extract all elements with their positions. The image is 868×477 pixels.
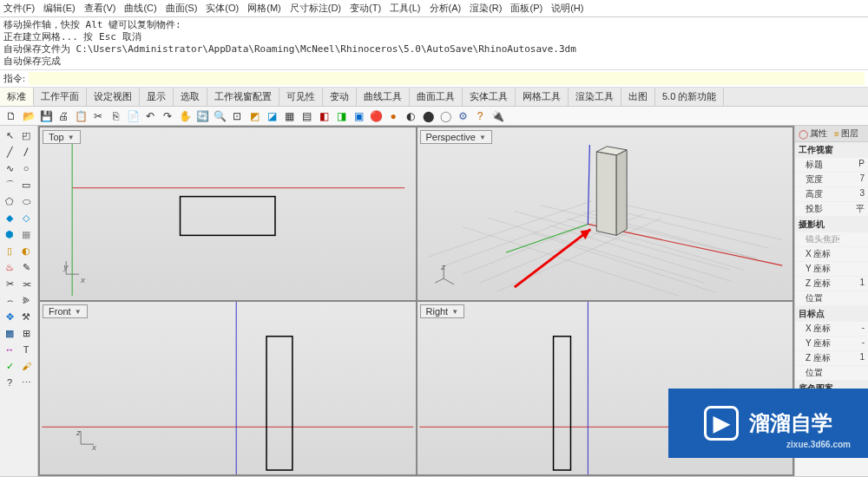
wire-icon[interactable]: ⬤ (420, 108, 436, 124)
menu-item[interactable]: 说明(H) (551, 2, 583, 15)
save-icon[interactable]: 💾 (38, 108, 54, 124)
toolbar-tab[interactable]: 5.0 的新功能 (655, 88, 724, 106)
revolve-icon[interactable]: ◐ (18, 243, 34, 258)
copy-icon[interactable]: ⎘ (108, 108, 123, 124)
zoomext-icon[interactable]: ⊡ (229, 108, 245, 124)
viewport-perspective[interactable]: Perspective▼ (418, 127, 793, 300)
help-icon[interactable]: ? (472, 108, 488, 124)
fillet-icon[interactable]: ⌢ (2, 292, 17, 308)
toolbar-tab[interactable]: 网格工具 (516, 88, 569, 106)
redo-icon[interactable]: ↷ (160, 108, 175, 124)
menu-item[interactable]: 曲面(S) (166, 2, 198, 15)
props-tab[interactable]: ◯属性 (795, 126, 831, 141)
layers-icon[interactable]: ▦ (281, 108, 297, 124)
rect-icon[interactable]: ▭ (18, 177, 34, 193)
tool-icon[interactable]: ⚒ (18, 309, 34, 324)
fire-icon[interactable]: ♨ (2, 259, 17, 275)
solid-icon[interactable]: ⬢ (2, 226, 17, 242)
move-icon[interactable]: ✥ (2, 309, 17, 324)
toolbar-tab[interactable]: 出图 (621, 88, 655, 106)
join-icon[interactable]: ⫘ (18, 276, 34, 291)
dim-icon[interactable]: ↔ (2, 342, 17, 357)
surf-icon[interactable]: ◆ (2, 210, 17, 225)
render-icon[interactable]: ● (385, 108, 401, 124)
toolbar-tab[interactable]: 变动 (323, 88, 357, 106)
circle-icon[interactable]: ○ (18, 160, 34, 176)
sphere-icon[interactable]: 🔴 (368, 108, 384, 124)
offset-icon[interactable]: ⫸ (18, 292, 34, 308)
toolbar-tab[interactable]: 工作平面 (34, 88, 87, 106)
toolbar-tab[interactable]: 曲面工具 (410, 88, 463, 106)
cplane-icon[interactable]: ◧ (316, 108, 332, 124)
viewport-title-perspective[interactable]: Perspective▼ (420, 130, 492, 144)
menu-item[interactable]: 分析(A) (430, 2, 462, 15)
shade-icon[interactable]: ◐ (403, 108, 418, 124)
clipboard-icon[interactable]: 📋 (73, 108, 89, 124)
menu-item[interactable]: 文件(F) (3, 2, 35, 15)
polyline-icon[interactable]: ╱ (2, 144, 17, 160)
pointer-icon[interactable]: ↖ (2, 127, 17, 143)
mesh-icon[interactable]: ▦ (18, 226, 34, 242)
extrude-icon[interactable]: ▯ (2, 243, 17, 258)
cp2-icon[interactable]: ◨ (333, 108, 349, 124)
surf2-icon[interactable]: ◇ (18, 210, 34, 225)
toolbar-tab[interactable]: 标准 (0, 88, 34, 106)
rotate-icon[interactable]: 🔄 (194, 108, 210, 124)
opt-icon[interactable]: ⚙ (455, 108, 470, 124)
curve-icon[interactable]: ∿ (2, 160, 17, 176)
trim-icon[interactable]: ✂ (2, 276, 17, 291)
menu-item[interactable]: 渲染(R) (470, 2, 502, 15)
viewport-title-top[interactable]: Top▼ (43, 130, 81, 144)
plugin-icon[interactable]: 🔌 (490, 108, 505, 124)
menu-item[interactable]: 尺寸标注(D) (290, 2, 341, 15)
sel-icon[interactable]: ◩ (247, 108, 262, 124)
paste-icon[interactable]: 📄 (125, 108, 141, 124)
lasso-icon[interactable]: ◰ (18, 127, 34, 143)
paint-icon[interactable]: 🖌 (18, 358, 34, 374)
viewport-front[interactable]: Front▼ z x (40, 302, 416, 474)
viewport-title-front[interactable]: Front▼ (43, 304, 88, 318)
zoom-icon[interactable]: 🔍 (212, 108, 227, 124)
polygon-icon[interactable]: ⬠ (2, 193, 17, 209)
grid-icon[interactable]: ▤ (299, 108, 314, 124)
cut-icon[interactable]: ✂ (90, 108, 106, 124)
array-icon[interactable]: ▩ (2, 325, 17, 341)
menu-item[interactable]: 面板(P) (510, 2, 542, 15)
menu-item[interactable]: 实体(O) (206, 2, 239, 15)
toolbar-tab[interactable]: 可见性 (279, 88, 323, 106)
menu-item[interactable]: 变动(T) (350, 2, 381, 15)
ed-icon[interactable]: ✎ (18, 259, 34, 275)
check-icon[interactable]: ✓ (2, 358, 17, 374)
open-icon[interactable]: 📂 (21, 108, 36, 124)
que-icon[interactable]: ? (2, 375, 17, 390)
menu-item[interactable]: 曲线(C) (124, 2, 156, 15)
viewport-title-right[interactable]: Right▼ (420, 304, 465, 318)
toolbar-tab[interactable]: 工作视窗配置 (207, 88, 279, 106)
misc-icon[interactable]: ⋯ (18, 375, 34, 390)
undo-icon[interactable]: ↶ (142, 108, 158, 124)
tool2-icon[interactable]: ⊞ (18, 325, 34, 341)
menu-item[interactable]: 网格(M) (247, 2, 281, 15)
cp3-icon[interactable]: ▣ (351, 108, 366, 124)
toolbar-tab[interactable]: 选取 (174, 88, 207, 106)
menu-item[interactable]: 工具(L) (390, 2, 420, 15)
print-icon[interactable]: 🖨 (56, 108, 71, 124)
menu-item[interactable]: 查看(V) (84, 2, 116, 15)
ellipse-icon[interactable]: ⬭ (18, 193, 34, 209)
viewport-top[interactable]: Top▼ y x (40, 127, 416, 300)
sel2-icon[interactable]: ◪ (264, 108, 279, 124)
new-icon[interactable]: 🗋 (3, 108, 19, 124)
toolbar-tab[interactable]: 渲染工具 (569, 88, 621, 106)
command-input[interactable] (29, 72, 865, 85)
layers-tab[interactable]: ≡图层 (831, 126, 862, 141)
toolbar-tab[interactable]: 显示 (140, 88, 174, 106)
toolbar-tab[interactable]: 设定视图 (87, 88, 140, 106)
pan-icon[interactable]: ✋ (177, 108, 193, 124)
line-icon[interactable]: 〳 (18, 144, 34, 160)
toolbar-tab[interactable]: 曲线工具 (357, 88, 410, 106)
toolbar-tab[interactable]: 实体工具 (463, 88, 516, 106)
arc-icon[interactable]: ⌒ (2, 177, 17, 193)
ghost-icon[interactable]: ◯ (437, 108, 453, 124)
menu-item[interactable]: 编辑(E) (43, 2, 76, 15)
text-icon[interactable]: T (18, 342, 34, 357)
